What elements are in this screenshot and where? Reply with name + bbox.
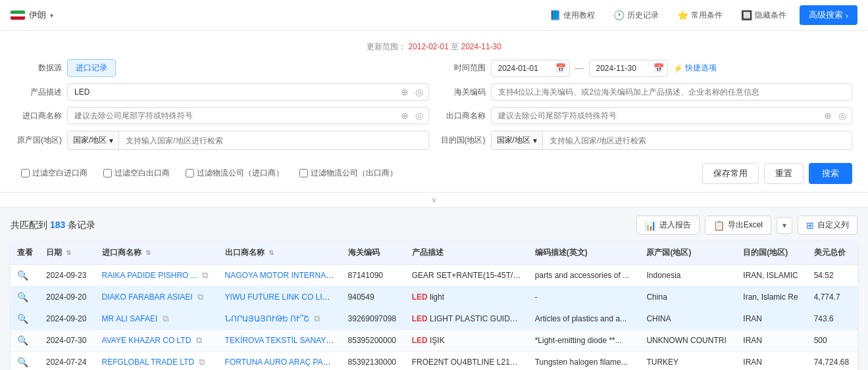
filter-empty-importer-checkbox[interactable]	[21, 169, 30, 177]
importer-copy-icon[interactable]: ⧉	[199, 357, 205, 367]
exporter-name[interactable]: YIWU FUTURE LINK CO LIMITED	[225, 292, 342, 302]
history-button[interactable]: 🕐 历史记录	[608, 7, 664, 24]
hidden-conditions-button[interactable]: 🔲 隐藏条件	[736, 7, 792, 24]
filter-logistics-importer-checkbox[interactable]	[186, 169, 194, 177]
exporter-copy-icon[interactable]: ⧉	[314, 313, 320, 323]
collapse-bar[interactable]: ∨	[0, 193, 868, 208]
filter-logistics-exporter[interactable]: 过滤物流公司（出口商）	[299, 168, 397, 179]
exporter-name[interactable]: NAGOYA MOTOR INTERNASI...	[225, 271, 340, 280]
exporter-name[interactable]: FORTUNA AURO ARAÇ PARÇ...	[225, 358, 341, 367]
importer-copy-icon[interactable]: ⧉	[196, 335, 202, 345]
price-cell: 4,774.7	[807, 287, 857, 308]
importer-copy-icon[interactable]: ⧉	[197, 292, 203, 302]
exporter-add-icon[interactable]: ⊕	[822, 110, 834, 122]
col-date[interactable]: 日期 ⇅	[39, 241, 95, 265]
importer-add-icon[interactable]: ⊕	[399, 110, 411, 122]
star-icon: ⭐	[677, 10, 688, 20]
filter-empty-importer[interactable]: 过滤空白进口商	[21, 168, 88, 179]
customs-code-input[interactable]	[491, 83, 853, 101]
importer-input-wrap: ⊕ ◎	[67, 107, 429, 124]
enter-report-button[interactable]: 📊 进入报告	[636, 216, 700, 235]
importer-copy-icon[interactable]: ⧉	[163, 313, 168, 323]
importer-name[interactable]: REFGLOBAL TRADE LTD	[102, 358, 194, 367]
quick-options-link[interactable]: ⚡ 快捷选项	[673, 62, 717, 74]
importer-copy-icon[interactable]: ⧉	[202, 270, 208, 280]
filter-logistics-exporter-checkbox[interactable]	[299, 169, 308, 177]
origin-country-input[interactable]	[119, 131, 428, 149]
search-left-1: 数据源 进口记录	[16, 59, 429, 77]
row-search-icon[interactable]: 🔍	[17, 335, 28, 346]
product-desc-input[interactable]	[67, 83, 429, 101]
origin-select[interactable]: 国家/地区 ▾	[68, 131, 119, 149]
exporter-cell: FORTUNA AURO ARAÇ PARÇ... ⧉	[218, 352, 342, 371]
advanced-search-button[interactable]: 高级搜索 ›	[800, 5, 857, 25]
view-cell[interactable]: 🔍	[11, 352, 39, 371]
code-desc-cell: *Light-emitting diode **...	[528, 330, 640, 352]
sort-exporter-icon: ⇅	[268, 249, 274, 256]
search-button[interactable]: 搜索	[809, 163, 852, 184]
importer-search-icon[interactable]: ◎	[413, 110, 425, 122]
date-cell: 2024-07-30	[39, 330, 95, 352]
importer-cell: RAIKA PADIDE PISHRO ... ⧉	[95, 265, 218, 287]
columns-icon: ⊞	[806, 220, 814, 231]
view-cell[interactable]: 🔍	[11, 265, 39, 287]
exporter-search-icon[interactable]: ◎	[836, 110, 848, 122]
origin-cell: Indonesia	[640, 265, 736, 287]
filter-empty-exporter-checkbox[interactable]	[103, 169, 112, 177]
exporter-input[interactable]	[491, 107, 853, 124]
view-cell[interactable]: 🔍	[11, 287, 39, 308]
country-dropdown-arrow[interactable]: ▾	[50, 12, 53, 19]
destination-select-label: 国家/地区	[497, 135, 530, 146]
importer-name[interactable]: MR ALI SAFAEI	[102, 314, 158, 323]
price-cell: 743.6	[807, 308, 857, 330]
reset-button[interactable]: 重置	[764, 163, 804, 184]
data-source-label: 数据源	[16, 62, 62, 74]
exporter-name[interactable]: TEKİROVA TEKSTİL SANAYİ VE...	[225, 336, 342, 345]
importer-input[interactable]	[67, 107, 429, 124]
row-search-icon[interactable]: 🔍	[17, 292, 28, 302]
search-right-1: 时间范围 📅 — 📅 ⚡ 快捷选项	[440, 60, 853, 77]
data-table: 查看 日期 ⇅ 进口商名称 ⇅ 出口商名称 ⇅ 海关编码 产品描述 编码描述(英…	[11, 241, 857, 370]
destination-input-wrap: 国家/地区 ▾	[491, 131, 853, 150]
hidden-icon: 🔲	[741, 10, 752, 20]
product-add-icon[interactable]: ⊕	[399, 86, 411, 98]
product-desc-input-wrap: ⊕ ◎	[67, 83, 429, 101]
exporter-cell: YIWU FUTURE LINK CO LIMITED ⧉	[218, 287, 342, 308]
destination-select[interactable]: 国家/地区 ▾	[492, 131, 543, 149]
exporter-name[interactable]: ՆՈՐԱՅԱՅՈՒԹԵ ՈՒ՞Շ	[225, 314, 309, 323]
view-cell[interactable]: 🔍	[11, 330, 39, 352]
row-search-icon[interactable]: 🔍	[17, 313, 28, 324]
filter-empty-exporter[interactable]: 过滤空白出口商	[103, 168, 170, 179]
importer-name[interactable]: DIAKO FARABAR ASIAEI	[102, 292, 193, 302]
search-left-3: 进口商名称 ⊕ ◎	[16, 107, 429, 124]
view-cell[interactable]: 🔍	[11, 308, 39, 330]
custom-columns-button[interactable]: ⊞ 自定义列	[798, 216, 857, 235]
date-separator: —	[575, 63, 584, 73]
filter-logistics-importer[interactable]: 过滤物流公司（进口商）	[186, 168, 284, 179]
report-icon: 📊	[645, 220, 656, 231]
product-search-icon[interactable]: ◎	[413, 86, 425, 98]
customs-code-label: 海关编码	[440, 87, 486, 98]
export-dropdown-button[interactable]: ▾	[777, 217, 792, 234]
importer-name[interactable]: RAIKA PADIDE PISHRO ...	[102, 271, 197, 280]
export-excel-button[interactable]: 📋 导出Excel	[705, 216, 771, 235]
product-desc-group: 产品描述 ⊕ ◎	[16, 83, 429, 101]
price-cell: 54.52	[807, 265, 857, 287]
destination-country-input[interactable]	[543, 131, 852, 149]
col-exporter[interactable]: 出口商名称 ⇅	[218, 241, 342, 265]
tutorial-button[interactable]: 📘 使用教程	[544, 7, 600, 24]
data-source-button[interactable]: 进口记录	[67, 59, 116, 77]
row-search-icon[interactable]: 🔍	[17, 357, 28, 367]
importer-cell: REFGLOBAL TRADE LTD ⧉	[95, 352, 218, 371]
importer-name[interactable]: AVAYE KHAZAR CO LTD	[102, 336, 191, 345]
importer-label: 进口商名称	[16, 110, 62, 122]
col-destination: 目的国(地区)	[736, 241, 807, 265]
excel-icon: 📋	[713, 220, 725, 231]
results-number: 183	[50, 220, 65, 230]
row-search-icon[interactable]: 🔍	[17, 270, 28, 281]
date-cell: 2024-09-20	[39, 287, 95, 308]
save-common-button[interactable]: 保存常用	[702, 163, 759, 184]
common-conditions-button[interactable]: ⭐ 常用条件	[672, 7, 728, 24]
col-importer[interactable]: 进口商名称 ⇅	[95, 241, 218, 265]
led-highlight: LED	[412, 314, 428, 323]
